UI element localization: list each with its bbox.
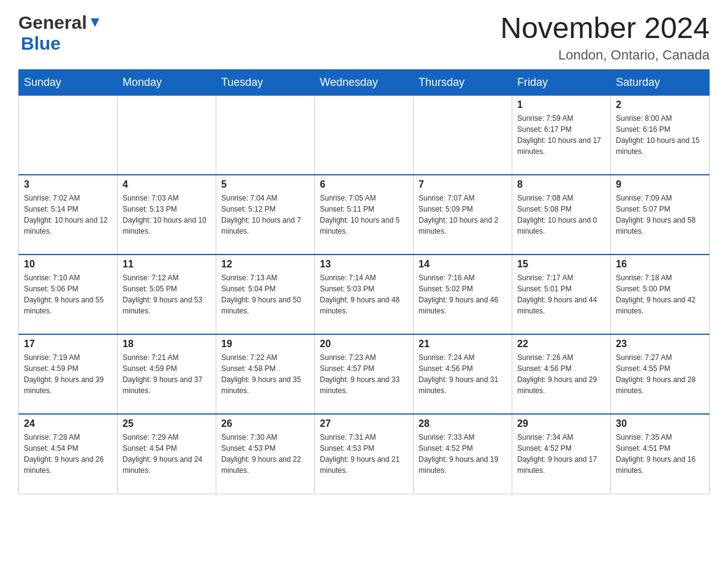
day-info: Sunrise: 7:33 AMSunset: 4:52 PMDaylight:… bbox=[419, 432, 507, 476]
day-info: Sunrise: 7:28 AMSunset: 4:54 PMDaylight:… bbox=[24, 432, 112, 476]
calendar-cell: 19Sunrise: 7:22 AMSunset: 4:58 PMDayligh… bbox=[216, 334, 315, 414]
header-wednesday: Wednesday bbox=[315, 69, 414, 95]
week-row-3: 10Sunrise: 7:10 AMSunset: 5:06 PMDayligh… bbox=[19, 255, 710, 334]
day-info: Sunrise: 7:22 AMSunset: 4:58 PMDaylight:… bbox=[221, 352, 309, 396]
calendar-cell: 14Sunrise: 7:16 AMSunset: 5:02 PMDayligh… bbox=[414, 255, 512, 334]
calendar-cell: 18Sunrise: 7:21 AMSunset: 4:59 PMDayligh… bbox=[118, 334, 216, 414]
day-number: 18 bbox=[123, 339, 211, 350]
weekday-header-row: Sunday Monday Tuesday Wednesday Thursday… bbox=[19, 69, 710, 95]
calendar-cell: 30Sunrise: 7:35 AMSunset: 4:51 PMDayligh… bbox=[611, 414, 710, 494]
day-number: 10 bbox=[24, 259, 112, 270]
day-number: 14 bbox=[419, 259, 507, 270]
calendar-cell: 28Sunrise: 7:33 AMSunset: 4:52 PMDayligh… bbox=[414, 414, 512, 494]
day-info: Sunrise: 7:24 AMSunset: 4:56 PMDaylight:… bbox=[419, 352, 507, 396]
day-info: Sunrise: 7:17 AMSunset: 5:01 PMDaylight:… bbox=[517, 272, 605, 316]
calendar-cell: 2Sunrise: 8:00 AMSunset: 6:16 PMDaylight… bbox=[611, 95, 710, 175]
calendar-cell: 26Sunrise: 7:30 AMSunset: 4:53 PMDayligh… bbox=[216, 414, 315, 494]
day-number: 1 bbox=[517, 99, 605, 110]
day-info: Sunrise: 7:26 AMSunset: 4:56 PMDaylight:… bbox=[517, 352, 605, 396]
calendar-table: Sunday Monday Tuesday Wednesday Thursday… bbox=[18, 69, 710, 494]
day-info: Sunrise: 7:13 AMSunset: 5:04 PMDaylight:… bbox=[221, 272, 309, 316]
day-number: 23 bbox=[616, 339, 704, 350]
day-info: Sunrise: 7:10 AMSunset: 5:06 PMDaylight:… bbox=[24, 272, 112, 316]
day-number: 30 bbox=[616, 418, 704, 429]
day-info: Sunrise: 7:05 AMSunset: 5:11 PMDaylight:… bbox=[320, 193, 408, 237]
day-info: Sunrise: 7:35 AMSunset: 4:51 PMDaylight:… bbox=[616, 432, 704, 476]
calendar-cell: 13Sunrise: 7:14 AMSunset: 5:03 PMDayligh… bbox=[315, 255, 414, 334]
day-info: Sunrise: 7:30 AMSunset: 4:53 PMDaylight:… bbox=[221, 432, 309, 476]
week-row-4: 17Sunrise: 7:19 AMSunset: 4:59 PMDayligh… bbox=[19, 334, 710, 414]
day-number: 26 bbox=[221, 418, 309, 429]
day-info: Sunrise: 7:08 AMSunset: 5:08 PMDaylight:… bbox=[517, 193, 605, 237]
day-number: 8 bbox=[517, 179, 605, 190]
day-info: Sunrise: 7:21 AMSunset: 4:59 PMDaylight:… bbox=[123, 352, 211, 396]
calendar-cell: 10Sunrise: 7:10 AMSunset: 5:06 PMDayligh… bbox=[19, 255, 118, 334]
calendar-cell: 4Sunrise: 7:03 AMSunset: 5:13 PMDaylight… bbox=[118, 175, 216, 255]
day-number: 22 bbox=[517, 339, 605, 350]
day-number: 4 bbox=[123, 179, 211, 190]
calendar-cell: 15Sunrise: 7:17 AMSunset: 5:01 PMDayligh… bbox=[512, 255, 611, 334]
calendar-cell: 27Sunrise: 7:31 AMSunset: 4:53 PMDayligh… bbox=[315, 414, 414, 494]
day-info: Sunrise: 7:18 AMSunset: 5:00 PMDaylight:… bbox=[616, 272, 704, 316]
header-saturday: Saturday bbox=[611, 69, 710, 95]
day-number: 2 bbox=[616, 99, 704, 110]
day-info: Sunrise: 7:34 AMSunset: 4:52 PMDaylight:… bbox=[517, 432, 605, 476]
day-number: 13 bbox=[320, 259, 408, 270]
day-info: Sunrise: 7:59 AMSunset: 6:17 PMDaylight:… bbox=[517, 113, 605, 157]
calendar-cell: 1Sunrise: 7:59 AMSunset: 6:17 PMDaylight… bbox=[512, 95, 611, 175]
calendar-cell bbox=[315, 95, 414, 175]
calendar-cell: 5Sunrise: 7:04 AMSunset: 5:12 PMDaylight… bbox=[216, 175, 315, 255]
calendar-cell: 16Sunrise: 7:18 AMSunset: 5:00 PMDayligh… bbox=[611, 255, 710, 334]
logo-general-text: General bbox=[18, 12, 87, 33]
calendar-cell: 25Sunrise: 7:29 AMSunset: 4:54 PMDayligh… bbox=[118, 414, 216, 494]
day-info: Sunrise: 7:09 AMSunset: 5:07 PMDaylight:… bbox=[616, 193, 704, 237]
day-number: 16 bbox=[616, 259, 704, 270]
day-number: 6 bbox=[320, 179, 408, 190]
calendar-cell: 3Sunrise: 7:02 AMSunset: 5:14 PMDaylight… bbox=[19, 175, 118, 255]
calendar-cell bbox=[216, 95, 315, 175]
calendar-cell: 6Sunrise: 7:05 AMSunset: 5:11 PMDaylight… bbox=[315, 175, 414, 255]
day-number: 17 bbox=[24, 339, 112, 350]
day-number: 12 bbox=[221, 259, 309, 270]
calendar-cell: 9Sunrise: 7:09 AMSunset: 5:07 PMDaylight… bbox=[611, 175, 710, 255]
svg-marker-0 bbox=[91, 18, 99, 27]
header-monday: Monday bbox=[118, 69, 216, 95]
calendar-cell: 8Sunrise: 7:08 AMSunset: 5:08 PMDaylight… bbox=[512, 175, 611, 255]
logo-blue-text: Blue bbox=[18, 33, 61, 53]
location-text: London, Ontario, Canada bbox=[500, 47, 710, 63]
calendar-cell: 21Sunrise: 7:24 AMSunset: 4:56 PMDayligh… bbox=[414, 334, 512, 414]
day-number: 9 bbox=[616, 179, 704, 190]
day-number: 7 bbox=[419, 179, 507, 190]
calendar-cell: 7Sunrise: 7:07 AMSunset: 5:09 PMDaylight… bbox=[414, 175, 512, 255]
day-info: Sunrise: 7:12 AMSunset: 5:05 PMDaylight:… bbox=[123, 272, 211, 316]
month-title: November 2024 bbox=[500, 12, 710, 45]
calendar-cell bbox=[414, 95, 512, 175]
day-info: Sunrise: 7:03 AMSunset: 5:13 PMDaylight:… bbox=[123, 193, 211, 237]
header-friday: Friday bbox=[512, 69, 611, 95]
day-info: Sunrise: 7:23 AMSunset: 4:57 PMDaylight:… bbox=[320, 352, 408, 396]
logo-triangle-icon bbox=[88, 16, 102, 29]
title-section: November 2024 London, Ontario, Canada bbox=[500, 12, 710, 63]
header-tuesday: Tuesday bbox=[216, 69, 315, 95]
day-info: Sunrise: 7:31 AMSunset: 4:53 PMDaylight:… bbox=[320, 432, 408, 476]
day-number: 19 bbox=[221, 339, 309, 350]
day-number: 28 bbox=[419, 418, 507, 429]
calendar-cell: 22Sunrise: 7:26 AMSunset: 4:56 PMDayligh… bbox=[512, 334, 611, 414]
calendar-cell: 23Sunrise: 7:27 AMSunset: 4:55 PMDayligh… bbox=[611, 334, 710, 414]
day-number: 24 bbox=[24, 418, 112, 429]
day-number: 20 bbox=[320, 339, 408, 350]
day-number: 21 bbox=[419, 339, 507, 350]
day-info: Sunrise: 7:02 AMSunset: 5:14 PMDaylight:… bbox=[24, 193, 112, 237]
page-header: General Blue November 2024 London, Ontar… bbox=[18, 12, 710, 63]
day-info: Sunrise: 7:04 AMSunset: 5:12 PMDaylight:… bbox=[221, 193, 309, 237]
day-number: 29 bbox=[517, 418, 605, 429]
week-row-1: 1Sunrise: 7:59 AMSunset: 6:17 PMDaylight… bbox=[19, 95, 710, 175]
calendar-cell: 17Sunrise: 7:19 AMSunset: 4:59 PMDayligh… bbox=[19, 334, 118, 414]
week-row-5: 24Sunrise: 7:28 AMSunset: 4:54 PMDayligh… bbox=[19, 414, 710, 494]
calendar-cell: 20Sunrise: 7:23 AMSunset: 4:57 PMDayligh… bbox=[315, 334, 414, 414]
calendar-cell: 11Sunrise: 7:12 AMSunset: 5:05 PMDayligh… bbox=[118, 255, 216, 334]
calendar-cell: 12Sunrise: 7:13 AMSunset: 5:04 PMDayligh… bbox=[216, 255, 315, 334]
day-number: 15 bbox=[517, 259, 605, 270]
day-info: Sunrise: 7:07 AMSunset: 5:09 PMDaylight:… bbox=[419, 193, 507, 237]
header-sunday: Sunday bbox=[19, 69, 118, 95]
